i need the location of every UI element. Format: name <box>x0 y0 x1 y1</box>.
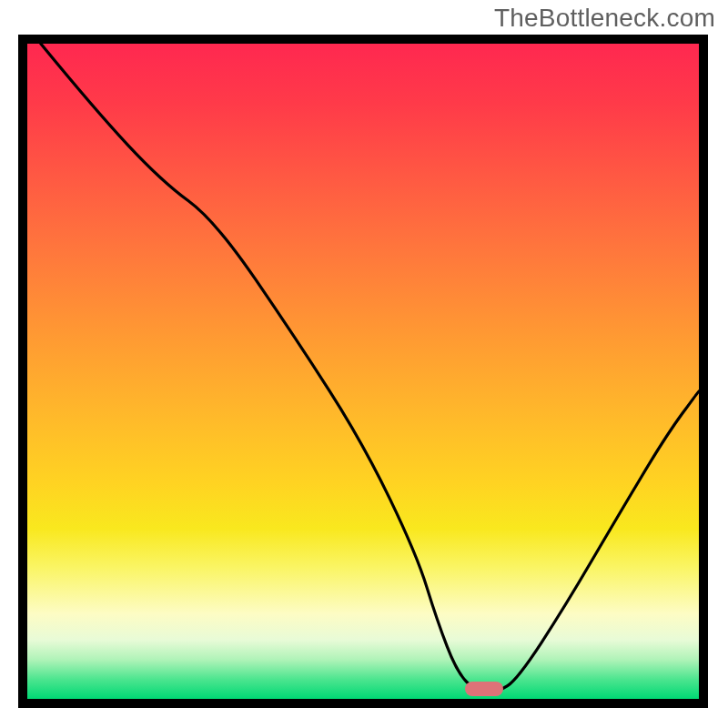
plot-area <box>27 44 699 699</box>
chart-frame <box>18 35 708 708</box>
optimal-marker <box>465 682 503 696</box>
watermark-text: TheBottleneck.com <box>494 4 715 33</box>
line-curve <box>27 44 699 699</box>
